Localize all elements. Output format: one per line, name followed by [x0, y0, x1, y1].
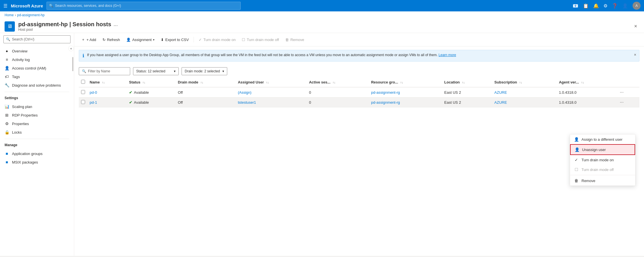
info-icon: ℹ — [82, 53, 84, 58]
settings-icon[interactable]: ⚙ — [603, 3, 607, 9]
sidebar-item-access-control[interactable]: 👤 Access control (IAM) — [0, 64, 74, 72]
filter-search-icon: 🔍 — [82, 69, 86, 73]
context-menu-separator — [570, 175, 635, 175]
add-button[interactable]: ＋ + Add — [79, 35, 99, 44]
top-navigation-bar: ☰ Microsoft Azure 🔍 Search resources, se… — [0, 0, 644, 11]
breadcrumb: Home › pd-assignment-hp — [0, 11, 644, 19]
resource-group-sort-icon[interactable]: ↑↓ — [400, 81, 403, 84]
app-logo: Microsoft Azure — [11, 3, 43, 8]
drain-mode-filter-dropdown[interactable]: Drain mode: 2 selected ▾ — [182, 67, 227, 75]
locks-icon: 🔒 — [5, 130, 9, 134]
page-header-ellipsis-button[interactable]: ... — [114, 21, 118, 27]
sidebar-item-locks[interactable]: 🔒 Locks — [0, 128, 74, 136]
sidebar-item-msix-packages[interactable]: ■ MSIX packages — [0, 158, 74, 166]
page-icon: 🖥 — [5, 21, 15, 32]
row-1-status-label: Available — [134, 100, 149, 105]
subscription-sort-icon[interactable]: ↑↓ — [519, 81, 522, 84]
info-banner-close-button[interactable]: × — [634, 52, 636, 57]
sidebar-item-activity-log-label: Activity log — [12, 58, 30, 62]
drain-mode-on-button[interactable]: ✓ Turn drain mode on — [196, 36, 238, 44]
assign-different-user-icon: 👤 — [574, 137, 579, 142]
context-menu-remove[interactable]: 🗑 Remove — [570, 176, 635, 185]
row-1-ellipsis-button[interactable]: ··· — [618, 99, 625, 105]
status-filter-dropdown[interactable]: Status: 12 selected ▾ — [133, 67, 179, 75]
sidebar-item-properties[interactable]: ⚙ Properties — [0, 119, 74, 128]
feedback-icon[interactable]: 📋 — [583, 3, 589, 9]
sidebar-item-scaling-plan[interactable]: 📊 Scaling plan — [0, 102, 74, 111]
msix-icon: ■ — [5, 160, 9, 164]
page-title: pd-assignment-hp | Session hosts — [18, 21, 111, 28]
drain-mode-sort-icon[interactable]: ↑↓ — [200, 81, 203, 84]
assignment-button[interactable]: 👤 Assignment ▾ — [124, 36, 157, 44]
sidebar-item-tags-label: Tags — [12, 75, 20, 79]
notification-icon[interactable]: 🔔 — [593, 3, 599, 9]
active-sessions-sort-icon[interactable]: ↑↓ — [333, 81, 335, 84]
row-1-resource-group[interactable]: pd-assignment-rg — [371, 100, 400, 105]
remove-button[interactable]: 🗑 Remove — [283, 36, 307, 44]
select-all-checkbox[interactable] — [81, 80, 85, 84]
drain-mode-filter-arrow: ▾ — [222, 69, 224, 73]
status-sort-icon[interactable]: ↑↓ — [142, 81, 145, 84]
sidebar-item-application-groups[interactable]: ■ Application groups — [0, 149, 74, 158]
sidebar-item-activity-log[interactable]: ≡ Activity log — [0, 55, 74, 64]
export-csv-button[interactable]: ⬇ Export to CSV — [158, 36, 191, 44]
sidebar-item-overview[interactable]: ● Overview — [0, 47, 74, 55]
row-1-checkbox[interactable] — [81, 100, 85, 104]
row-0-resource-group[interactable]: pd-assignment-rg — [371, 90, 400, 95]
toolbar-separator-1 — [194, 37, 194, 42]
help-icon[interactable]: ❓ — [612, 3, 618, 9]
row-0-subscription[interactable]: AZURE — [494, 90, 507, 95]
row-0-ellipsis-button[interactable]: ··· — [618, 89, 625, 95]
name-filter-input[interactable]: 🔍 Filter by Name — [79, 67, 130, 75]
row-0-status-label: Available — [134, 90, 149, 95]
row-1-subscription[interactable]: AZURE — [494, 100, 507, 105]
global-search-box[interactable]: 🔍 Search resources, services, and docs (… — [47, 2, 241, 10]
sidebar-item-rdp-properties[interactable]: ⊞ RDP Properties — [0, 111, 74, 119]
tags-icon: 🏷 — [5, 74, 9, 79]
close-button[interactable]: × — [632, 22, 639, 30]
sidebar-scrollbar — [72, 57, 73, 71]
sidebar-item-diagnose[interactable]: 🔧 Diagnose and solve problems — [0, 81, 74, 89]
learn-more-link[interactable]: Learn more — [438, 53, 456, 57]
sidebar-item-locks-label: Locks — [12, 130, 22, 134]
context-menu-drain-mode-off[interactable]: ☐ Turn drain mode off — [570, 165, 635, 174]
status-filter-label: Status: 12 selected — [136, 69, 165, 73]
context-menu-unassign-user[interactable]: 👤 Unassign user — [570, 144, 635, 155]
search-placeholder: Search resources, services, and docs (G+… — [55, 4, 121, 8]
sidebar-settings-nav: 📊 Scaling plan ⊞ RDP Properties ⚙ Proper… — [0, 101, 74, 138]
context-menu-drain-mode-on[interactable]: ✓ Turn drain mode on — [570, 155, 635, 165]
context-menu-unassign-user-label: Unassign user — [582, 148, 606, 152]
add-icon: ＋ — [81, 37, 85, 42]
location-sort-icon[interactable]: ↑↓ — [462, 81, 465, 84]
context-menu-assign-different-user-label: Assign to a different user — [581, 137, 623, 142]
sidebar-collapse-button[interactable]: « — [68, 46, 74, 51]
avatar[interactable]: A — [633, 2, 641, 10]
name-sort-icon[interactable]: ↑↓ — [102, 81, 105, 84]
hamburger-menu-icon[interactable]: ☰ — [3, 3, 7, 9]
sidebar-item-tags[interactable]: 🏷 Tags — [0, 72, 74, 81]
context-menu-assign-different-user[interactable]: 👤 Assign to a different user — [570, 134, 635, 144]
user-settings-icon[interactable]: 👤 — [622, 3, 628, 9]
row-0-checkbox[interactable] — [81, 90, 85, 94]
sidebar: 🔍 Search (Ctrl+/) « ● Overview ≡ Activit… — [0, 33, 74, 256]
sidebar-search-box[interactable]: 🔍 Search (Ctrl+/) — [3, 35, 71, 43]
session-hosts-table-container: Name ↑↓ Status ↑↓ Drain mode ↑↓ Assigned… — [74, 77, 644, 107]
breadcrumb-resource[interactable]: pd-assignment-hp — [17, 13, 45, 17]
refresh-icon: ↻ — [102, 38, 106, 42]
row-0-assigned-user[interactable]: (Assign) — [238, 90, 251, 95]
row-0-name[interactable]: pd-0 — [90, 90, 97, 95]
breadcrumb-home[interactable]: Home — [5, 13, 14, 17]
activity-log-icon: ≡ — [5, 57, 9, 62]
row-1-assigned-user[interactable]: tstestuser1 — [238, 100, 256, 105]
sidebar-item-properties-label: Properties — [12, 122, 29, 126]
content-area: 🔍 Search (Ctrl+/) « ● Overview ≡ Activit… — [0, 33, 644, 256]
row-0-location: East US 2 — [442, 87, 492, 97]
assigned-user-sort-icon[interactable]: ↑↓ — [266, 81, 269, 84]
row-1-name[interactable]: pd-1 — [90, 100, 97, 105]
refresh-button[interactable]: ↻ Refresh — [100, 36, 123, 44]
agent-version-sort-icon[interactable]: ↑↓ — [581, 81, 584, 84]
col-status: Status ↑↓ — [127, 77, 176, 87]
sidebar-main-nav: ● Overview ≡ Activity log 👤 Access contr… — [0, 46, 74, 91]
email-icon[interactable]: 📧 — [573, 3, 578, 9]
drain-mode-off-button[interactable]: ☐ Turn drain mode off — [239, 36, 281, 44]
